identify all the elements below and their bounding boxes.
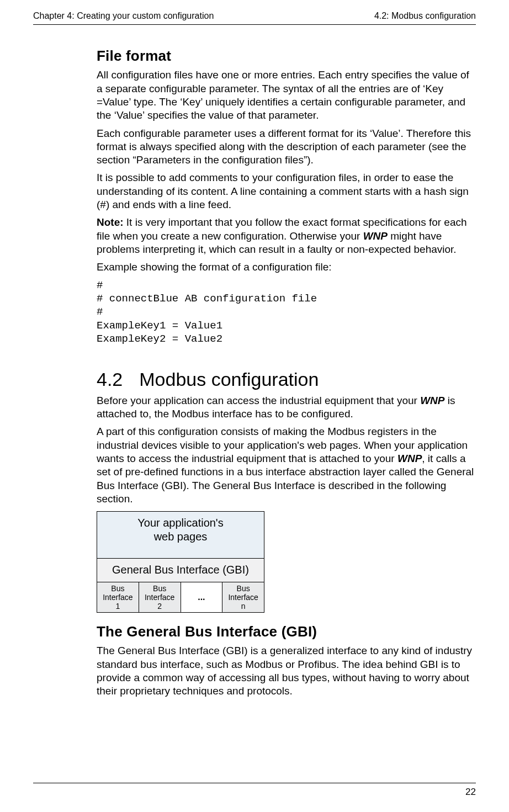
diagram-top-line2: web pages <box>154 530 208 543</box>
page-number: 22 <box>465 787 476 798</box>
section-number: 4.2 <box>97 368 123 392</box>
wnp-term: WNP <box>363 230 388 242</box>
text: Interface <box>145 593 174 602</box>
page-content: File format All configuration files have… <box>97 25 476 698</box>
text: 2 <box>157 602 162 611</box>
paragraph: The General Bus Interface (GBI) is a gen… <box>97 644 476 698</box>
diagram-bottom-layer: Bus Interface 1 Bus Interface 2 ... Bus … <box>97 582 264 613</box>
footer-rule <box>33 783 476 783</box>
paragraph: All configuration files have one or more… <box>97 68 476 122</box>
text: Before your application can access the i… <box>97 395 420 406</box>
document-page: Chapter 4: Creating your custom configur… <box>0 0 509 812</box>
header-right: 4.2: Modbus configuration <box>374 11 476 21</box>
section-gbi-title: The General Bus Interface (GBI) <box>97 623 476 641</box>
paragraph: A part of this configuration consists of… <box>97 425 476 506</box>
paragraph: It is possible to add comments to your c… <box>97 171 476 211</box>
diagram-ellipsis: ... <box>181 582 223 612</box>
paragraph: Each configurable parameter uses a diffe… <box>97 127 476 167</box>
diagram-bus-interface-n: Bus Interface n <box>222 582 264 612</box>
paragraph: Example showing the format of a configur… <box>97 261 476 274</box>
page-header: Chapter 4: Creating your custom configur… <box>33 11 476 25</box>
wnp-term: WNP <box>397 453 422 464</box>
code-block: # # connectBlue AB configuration file # … <box>97 279 476 346</box>
wnp-term: WNP <box>420 395 444 406</box>
header-left: Chapter 4: Creating your custom configur… <box>33 11 214 21</box>
paragraph: Before your application can access the i… <box>97 394 476 421</box>
text: Bus <box>111 584 124 593</box>
note-label: Note: <box>97 216 124 228</box>
text: 1 <box>115 602 120 611</box>
diagram-bus-interface-2: Bus Interface 2 <box>139 582 181 612</box>
text: Interface <box>228 593 258 602</box>
text: n <box>241 602 246 611</box>
diagram-top-line1: Your application's <box>137 517 223 529</box>
architecture-diagram: Your application's web pages General Bus… <box>97 511 264 613</box>
note-paragraph: Note: It is very important that you foll… <box>97 216 476 256</box>
section-modbus-title: 4.2Modbus configuration <box>97 368 476 392</box>
text: Interface <box>103 593 132 602</box>
section-title-text: Modbus configuration <box>139 369 319 390</box>
diagram-top-layer: Your application's web pages <box>97 511 264 559</box>
text: Bus <box>153 584 166 593</box>
diagram-middle-layer: General Bus Interface (GBI) <box>97 559 264 582</box>
text: Bus <box>237 584 250 593</box>
section-file-format-title: File format <box>97 47 476 65</box>
diagram-bus-interface-1: Bus Interface 1 <box>97 582 139 612</box>
